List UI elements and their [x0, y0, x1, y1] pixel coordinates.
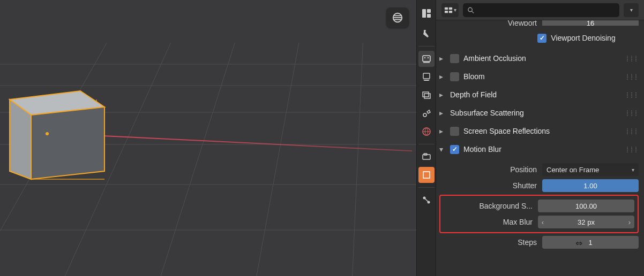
- search-field[interactable]: [476, 6, 615, 14]
- editor-type-button[interactable]: [418, 3, 435, 24]
- viewport-denoise-label: Viewport Denoising: [551, 34, 615, 42]
- svg-rect-27: [423, 62, 430, 63]
- svg-rect-28: [423, 73, 430, 79]
- section-motion-blur[interactable]: ▾ Motion Blur ┊┊┊: [439, 140, 639, 158]
- viewport-shading-button[interactable]: [386, 7, 409, 28]
- search-input[interactable]: [463, 3, 619, 17]
- mb-background-field[interactable]: 100.00: [538, 200, 634, 212]
- svg-point-16: [46, 132, 49, 135]
- properties-region: ▾ ▾ Viewport 16 Viewport Denoising ▸: [416, 0, 644, 276]
- chevron-down-icon: ▾: [632, 167, 634, 173]
- section-sss[interactable]: ▸ Subsurface Scattering ┊┊┊: [439, 104, 639, 122]
- ssr-checkbox[interactable]: [450, 127, 459, 136]
- samples-viewport-label: Viewport: [467, 20, 537, 26]
- mb-maxblur-label: Max Blur: [463, 218, 533, 226]
- section-bloom[interactable]: ▸ Bloom ┊┊┊: [439, 67, 639, 86]
- drag-icon[interactable]: ┊┊┊: [626, 147, 639, 152]
- svg-point-43: [468, 7, 473, 12]
- separator: [418, 187, 435, 188]
- disclosure-icon: ▸: [439, 54, 446, 63]
- disclosure-icon: ▸: [439, 72, 446, 81]
- bloom-checkbox[interactable]: [450, 72, 459, 81]
- tab-render[interactable]: [418, 51, 435, 67]
- svg-rect-22: [427, 9, 431, 13]
- svg-line-11: [352, 43, 363, 276]
- svg-line-44: [471, 11, 474, 13]
- section-dof[interactable]: ▸ Depth of Field ┊┊┊: [439, 86, 639, 104]
- disclosure-icon: ▸: [439, 90, 446, 99]
- pin-options-button[interactable]: ▾: [441, 3, 459, 17]
- disclosure-icon: ▸: [439, 127, 446, 135]
- svg-rect-30: [424, 94, 430, 98]
- tab-tool[interactable]: [418, 26, 435, 42]
- section-label: Depth of Field: [450, 90, 497, 99]
- mb-position-dropdown[interactable]: Center on Frame ▾: [542, 163, 639, 176]
- samples-viewport-field[interactable]: 16: [542, 20, 639, 26]
- mb-steps-row: Steps 1: [439, 234, 639, 250]
- svg-line-9: [160, 43, 235, 276]
- svg-rect-35: [423, 172, 430, 178]
- drag-icon[interactable]: ┊┊┊: [626, 128, 639, 134]
- svg-rect-24: [423, 56, 430, 62]
- section-label: Motion Blur: [463, 145, 501, 154]
- tab-view-layer[interactable]: [418, 87, 435, 103]
- disclosure-icon: ▾: [439, 145, 446, 154]
- separator: [418, 144, 435, 144]
- svg-rect-29: [423, 92, 429, 97]
- svg-point-31: [423, 113, 426, 117]
- svg-point-25: [424, 57, 425, 58]
- panel-header: ▾ ▾: [436, 0, 644, 20]
- mb-steps-field[interactable]: 1: [542, 236, 639, 249]
- section-label: Bloom: [463, 72, 485, 81]
- mb-shutter-field[interactable]: 1.00: [542, 179, 639, 192]
- mb-shutter-row: Shutter 1.00: [439, 178, 639, 194]
- section-label: Screen Space Reflections: [463, 127, 550, 135]
- drag-icon[interactable]: ┊┊┊: [626, 92, 639, 98]
- svg-rect-39: [444, 7, 447, 9]
- section-ssr[interactable]: ▸ Screen Space Reflections ┊┊┊: [439, 122, 639, 140]
- section-label: Ambient Occlusion: [463, 54, 526, 63]
- svg-rect-41: [444, 10, 447, 12]
- mb-steps-label: Steps: [467, 238, 537, 247]
- tab-world[interactable]: [418, 124, 435, 140]
- svg-rect-42: [448, 10, 452, 12]
- drag-icon[interactable]: ┊┊┊: [626, 56, 639, 62]
- ao-checkbox[interactable]: [450, 54, 459, 63]
- svg-rect-40: [448, 7, 452, 9]
- section-label: Subsurface Scattering: [450, 109, 524, 117]
- highlight-annotation: Background S... 100.00 Max Blur ‹ 32 px …: [439, 195, 639, 233]
- tab-object[interactable]: [418, 167, 435, 183]
- tab-collection[interactable]: [418, 149, 435, 165]
- mb-maxblur-row: Max Blur ‹ 32 px ›: [444, 214, 634, 230]
- tab-constraints[interactable]: [418, 192, 435, 208]
- render-properties-panel: ▾ ▾ Viewport 16 Viewport Denoising ▸: [436, 0, 644, 276]
- svg-marker-15: [31, 107, 104, 179]
- viewport-denoise-row: Viewport Denoising: [439, 30, 639, 46]
- mb-background-row: Background S... 100.00: [444, 198, 634, 214]
- mb-background-label: Background S...: [463, 202, 533, 210]
- options-dropdown[interactable]: ▾: [624, 3, 639, 17]
- drag-icon[interactable]: ┊┊┊: [626, 110, 639, 116]
- tab-output[interactable]: [418, 69, 435, 85]
- mb-position-label: Position: [467, 165, 537, 174]
- svg-point-26: [427, 57, 428, 58]
- increment-icon[interactable]: ›: [625, 216, 634, 228]
- mb-position-value: Center on Frame: [546, 166, 599, 174]
- svg-line-38: [425, 198, 428, 202]
- mb-maxblur-field[interactable]: ‹ 32 px ›: [538, 216, 634, 228]
- decrement-icon[interactable]: ‹: [538, 216, 548, 228]
- mb-shutter-label: Shutter: [467, 181, 537, 190]
- svg-line-10: [256, 43, 299, 276]
- properties-tabs: [416, 0, 436, 276]
- section-ambient-occlusion[interactable]: ▸ Ambient Occlusion ┊┊┊: [439, 49, 639, 67]
- mb-position-row: Position Center on Frame ▾: [439, 162, 639, 178]
- selected-cube[interactable]: [5, 80, 107, 182]
- drag-icon[interactable]: ┊┊┊: [626, 74, 639, 80]
- tab-scene[interactable]: [418, 105, 435, 121]
- viewport-denoise-checkbox[interactable]: [537, 34, 546, 43]
- separator: [418, 46, 435, 47]
- motion-blur-checkbox[interactable]: [450, 145, 459, 154]
- svg-rect-23: [427, 14, 431, 18]
- disclosure-icon: ▸: [439, 109, 446, 117]
- viewport-3d[interactable]: [0, 0, 416, 276]
